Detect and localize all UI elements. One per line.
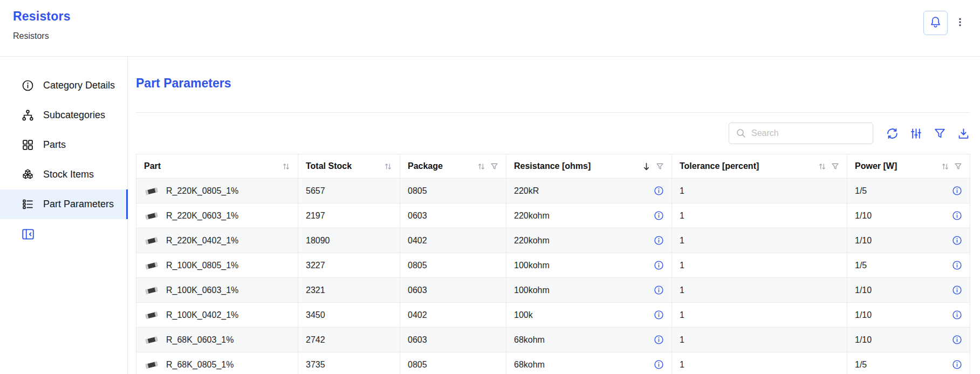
resistance-cell: 220kohm	[506, 203, 672, 228]
power-info-icon[interactable]	[952, 285, 962, 295]
refresh-button[interactable]	[886, 127, 899, 140]
sidebar-item-parts[interactable]: Parts	[0, 130, 127, 160]
search-box	[729, 123, 873, 144]
resistor-chip-icon	[144, 261, 159, 270]
page-title: Resistors	[13, 9, 71, 24]
sidebar-item-label: Category Details	[43, 80, 115, 91]
resistance-info-icon[interactable]	[654, 335, 664, 345]
sidebar-item-stock-items[interactable]: Stock Items	[0, 160, 127, 189]
breadcrumb[interactable]: Resistors	[13, 31, 49, 41]
resistance-info-icon[interactable]	[654, 235, 664, 246]
power-info-icon[interactable]	[952, 335, 962, 345]
table-row[interactable]: R_100K_0402_1%34500402100k11/10	[136, 303, 970, 328]
resistance-cell-value: 100kohm	[514, 261, 550, 270]
package-cell: 0805	[400, 179, 506, 203]
resistor-chip-icon	[144, 285, 159, 295]
table-row[interactable]: R_220K_0402_1%180900402220kohm11/10	[136, 228, 970, 253]
download-icon	[957, 127, 970, 140]
part-cell: R_100K_0402_1%	[136, 303, 298, 328]
resistor-chip-icon	[144, 360, 159, 370]
column-settings-button[interactable]	[910, 127, 922, 140]
table-body: R_220K_0805_1%56570805220kR11/5R_220K_06…	[136, 179, 970, 374]
power-cell-value: 1/5	[855, 261, 867, 270]
filter-icon[interactable]	[954, 162, 962, 171]
table-row[interactable]: R_220K_0805_1%56570805220kR11/5	[136, 179, 970, 203]
column-header-power-w[interactable]: Power [W]	[847, 154, 970, 179]
sidebar-menu: Category DetailsSubcategoriesPartsStock …	[0, 71, 127, 219]
part-cell: R_68K_0603_1%	[136, 328, 298, 352]
resistance-cell: 100kohm	[506, 253, 672, 278]
sidebar-item-category-details[interactable]: Category Details	[0, 71, 127, 100]
table-row[interactable]: R_220K_0603_1%21970603220kohm11/10	[136, 203, 970, 228]
total-stock-cell: 18090	[298, 228, 400, 253]
resistance-info-icon[interactable]	[654, 310, 664, 320]
table-row[interactable]: R_100K_0805_1%32270805100kohm11/5	[136, 253, 970, 278]
column-header-package[interactable]: Package	[400, 154, 506, 179]
resistance-info-icon[interactable]	[654, 359, 664, 370]
column-header-resistance-ohms[interactable]: Resistance [ohms]	[506, 154, 672, 179]
power-info-icon[interactable]	[952, 359, 962, 370]
total-stock-cell: 3450	[298, 303, 400, 328]
power-cell: 1/10	[847, 228, 970, 253]
resistance-cell: 220kohm	[506, 228, 672, 253]
sort-both-icon[interactable]	[818, 162, 826, 171]
sort-desc-icon[interactable]	[642, 162, 651, 171]
sidebar: Category DetailsSubcategoriesPartsStock …	[0, 57, 128, 374]
resistor-chip-icon	[144, 186, 159, 196]
column-settings-icon	[910, 127, 922, 140]
notifications-button[interactable]	[923, 11, 948, 35]
column-header-total-stock[interactable]: Total Stock	[298, 154, 400, 179]
sort-both-icon[interactable]	[384, 162, 392, 171]
resistance-info-icon[interactable]	[654, 285, 664, 295]
resistance-cell-value: 100kohm	[514, 285, 550, 295]
filter-button[interactable]	[934, 127, 946, 140]
resistance-info-icon[interactable]	[654, 260, 664, 270]
column-header-icons	[642, 162, 664, 171]
part-name: R_220K_0805_1%	[166, 186, 238, 196]
sort-both-icon[interactable]	[941, 162, 949, 171]
resistance-cell: 68kohm	[506, 352, 672, 374]
column-header-tolerance-percent[interactable]: Tolerance [percent]	[672, 154, 847, 179]
sidebar-item-label: Subcategories	[43, 110, 105, 121]
resistance-cell-value: 220kohm	[514, 211, 550, 221]
download-button[interactable]	[957, 127, 970, 140]
power-info-icon[interactable]	[952, 310, 962, 320]
power-info-icon[interactable]	[952, 210, 962, 221]
sidebar-item-subcategories[interactable]: Subcategories	[0, 100, 127, 130]
part-name: R_100K_0805_1%	[166, 261, 238, 270]
collapse-sidebar-button[interactable]	[20, 227, 36, 242]
table-row[interactable]: R_68K_0805_1%3735080568kohm11/5	[136, 352, 970, 374]
tolerance-cell: 1	[672, 228, 847, 253]
sidebar-item-part-parameters[interactable]: Part Parameters	[0, 189, 127, 219]
power-info-icon[interactable]	[952, 260, 962, 270]
column-header-part[interactable]: Part	[136, 154, 298, 179]
filter-icon[interactable]	[656, 162, 664, 171]
more-menu-button[interactable]	[954, 11, 966, 35]
column-header-icons	[477, 162, 498, 171]
part-cell: R_100K_0805_1%	[136, 253, 298, 278]
sort-both-icon[interactable]	[282, 162, 290, 171]
column-label: Package	[408, 161, 443, 171]
power-info-icon[interactable]	[952, 186, 962, 196]
sidebar-item-label: Part Parameters	[43, 199, 114, 210]
table-row[interactable]: R_100K_0603_1%23210603100kohm11/10	[136, 278, 970, 303]
search-input[interactable]	[751, 128, 866, 138]
power-cell-value: 1/10	[855, 335, 872, 345]
power-info-icon[interactable]	[952, 235, 962, 246]
power-cell-value: 1/10	[855, 285, 872, 295]
filter-icon	[934, 127, 946, 140]
tolerance-cell: 1	[672, 253, 847, 278]
power-cell-value: 1/5	[855, 186, 867, 196]
filter-icon[interactable]	[831, 162, 839, 171]
resistance-info-icon[interactable]	[654, 210, 664, 221]
resistance-cell-value: 220kR	[514, 186, 539, 196]
search-icon	[736, 128, 746, 139]
table-row[interactable]: R_68K_0603_1%2742060368kohm11/10	[136, 328, 970, 352]
power-cell-value: 1/10	[855, 310, 872, 320]
sort-both-icon[interactable]	[477, 162, 485, 171]
part-cell: R_100K_0603_1%	[136, 278, 298, 303]
sidebar-item-label: Stock Items	[43, 169, 94, 180]
resistance-info-icon[interactable]	[654, 186, 664, 196]
filter-icon[interactable]	[490, 162, 498, 171]
column-label: Power [W]	[855, 161, 897, 171]
